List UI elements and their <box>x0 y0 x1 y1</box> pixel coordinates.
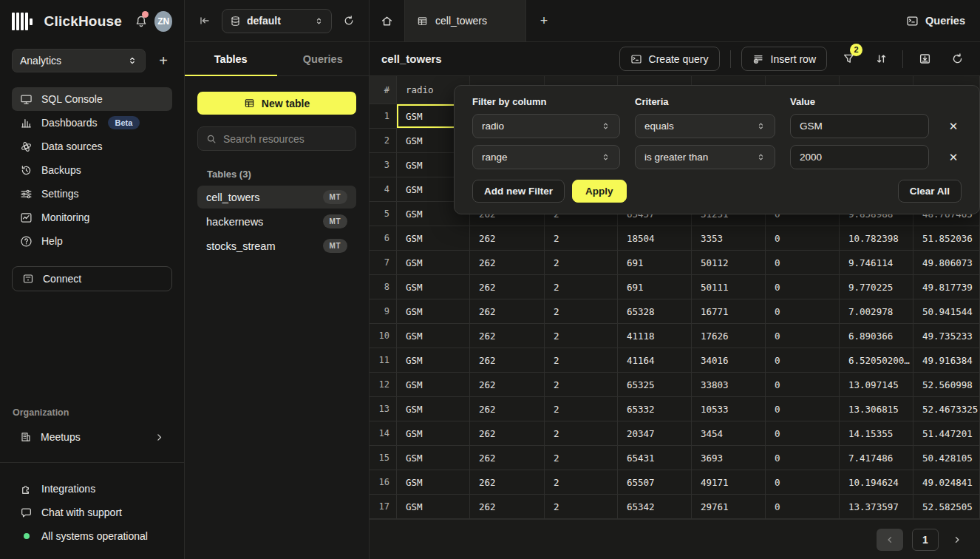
table-cell[interactable]: 13.306815 <box>840 397 913 421</box>
next-page-button[interactable] <box>947 529 967 551</box>
table-cell[interactable]: 2 <box>545 470 618 495</box>
filter-criteria-select[interactable]: equals <box>635 114 775 138</box>
table-cell[interactable]: 65328 <box>618 299 692 324</box>
table-cell[interactable]: 49.735233 <box>913 324 980 348</box>
table-cell[interactable]: 2 <box>545 324 618 348</box>
table-cell[interactable]: 0 <box>766 446 840 470</box>
tab-queries[interactable]: Queries <box>277 42 370 75</box>
sidebar-item-sql-console[interactable]: SQL Console <box>12 87 172 111</box>
workspace-select[interactable]: Analytics <box>12 49 146 72</box>
sidebar-item-backups[interactable]: Backups <box>12 158 172 182</box>
table-cell[interactable]: 2 <box>545 421 618 446</box>
clear-all-filters-button[interactable]: Clear All <box>898 180 962 203</box>
refresh-tables-button[interactable] <box>339 11 358 30</box>
table-cell[interactable]: 262 <box>470 275 545 299</box>
add-filter-button[interactable]: Add new Filter <box>472 180 565 203</box>
footer-item-integrations[interactable]: Integrations <box>12 478 172 500</box>
table-cell[interactable]: 52.560998 <box>913 373 980 397</box>
table-cell[interactable]: 2 <box>545 373 618 397</box>
table-cell[interactable]: 18504 <box>618 226 692 251</box>
table-cell[interactable]: 0 <box>766 373 840 397</box>
table-cell[interactable]: 691 <box>618 275 692 299</box>
table-cell[interactable]: 2 <box>545 397 618 421</box>
table-cell[interactable]: 262 <box>470 251 545 275</box>
table-cell[interactable]: 0 <box>766 495 840 519</box>
home-button[interactable] <box>370 0 404 41</box>
collapse-panel-button[interactable] <box>195 11 214 30</box>
sidebar-item-monitoring[interactable]: Monitoring <box>12 206 172 229</box>
table-cell[interactable]: 17626 <box>692 324 766 348</box>
download-button[interactable] <box>913 48 936 70</box>
table-cell[interactable]: 262 <box>470 421 545 446</box>
sidebar-item-dashboards[interactable]: DashboardsBeta <box>12 111 172 135</box>
table-cell[interactable]: 10533 <box>692 397 766 421</box>
sidebar-item-help[interactable]: Help <box>12 229 172 253</box>
table-list-item-stocks_stream[interactable]: stocks_streamMT <box>197 234 356 257</box>
table-cell[interactable]: 49.024841 <box>913 470 980 495</box>
sidebar-item-settings[interactable]: Settings <box>12 182 172 206</box>
table-cell[interactable]: 0 <box>766 299 840 324</box>
table-cell[interactable]: GSM <box>397 470 470 495</box>
table-cell[interactable]: 0 <box>766 421 840 446</box>
table-cell[interactable]: 0 <box>766 275 840 299</box>
table-cell[interactable]: GSM <box>397 397 470 421</box>
table-cell[interactable]: 7.002978 <box>840 299 913 324</box>
prev-page-button[interactable] <box>877 529 903 551</box>
table-cell[interactable]: 49171 <box>692 470 766 495</box>
sidebar-item-meetups[interactable]: Meetups <box>12 425 172 449</box>
notifications-button[interactable] <box>134 13 149 30</box>
filter-value-input[interactable] <box>800 121 919 132</box>
search-input[interactable] <box>223 133 347 145</box>
tab-cell-towers[interactable]: cell_towers <box>404 0 526 41</box>
table-cell[interactable]: 50.941544 <box>913 299 980 324</box>
table-cell[interactable]: 2 <box>545 275 618 299</box>
table-cell[interactable]: 51.447201 <box>913 421 980 446</box>
table-cell[interactable]: 13.097145 <box>840 373 913 397</box>
table-cell[interactable]: 10.782398 <box>840 226 913 251</box>
table-cell[interactable]: 52.4673325 <box>913 397 980 421</box>
table-cell[interactable]: 2 <box>545 251 618 275</box>
tab-tables[interactable]: Tables <box>185 42 277 75</box>
table-cell[interactable]: 34016 <box>692 348 766 373</box>
table-cell[interactable]: GSM <box>397 275 470 299</box>
table-cell[interactable]: 52.582505 <box>913 495 980 519</box>
table-cell[interactable]: GSM <box>397 421 470 446</box>
table-cell[interactable]: 50111 <box>692 275 766 299</box>
table-cell[interactable]: 262 <box>470 470 545 495</box>
table-cell[interactable]: 3693 <box>692 446 766 470</box>
table-cell[interactable]: GSM <box>397 446 470 470</box>
table-cell[interactable]: 41118 <box>618 324 692 348</box>
table-cell[interactable]: 13.373597 <box>840 495 913 519</box>
table-cell[interactable]: 49.916384 <box>913 348 980 373</box>
sort-button[interactable] <box>870 48 892 70</box>
table-cell[interactable]: 16771 <box>692 299 766 324</box>
table-cell[interactable]: 262 <box>470 324 545 348</box>
insert-row-button[interactable]: Insert row <box>741 47 827 71</box>
current-page[interactable]: 1 <box>912 529 939 551</box>
table-cell[interactable]: 3454 <box>692 421 766 446</box>
database-select[interactable]: default <box>222 9 332 33</box>
table-cell[interactable]: 262 <box>470 299 545 324</box>
create-query-button[interactable]: Create query <box>619 47 720 71</box>
table-cell[interactable]: 20347 <box>618 421 692 446</box>
table-cell[interactable]: 2 <box>545 495 618 519</box>
table-cell[interactable]: 49.806073 <box>913 251 980 275</box>
table-cell[interactable]: GSM <box>397 495 470 519</box>
new-tab-button[interactable]: + <box>526 0 562 41</box>
table-cell[interactable]: 262 <box>470 226 545 251</box>
table-cell[interactable]: 51.852036 <box>913 226 980 251</box>
filter-button[interactable]: 2 <box>837 48 860 70</box>
queries-button[interactable]: Queries <box>891 0 980 41</box>
table-cell[interactable]: 262 <box>470 495 545 519</box>
refresh-data-button[interactable] <box>946 48 968 70</box>
sidebar-item-data-sources[interactable]: Data sources <box>12 135 172 158</box>
table-cell[interactable]: 65431 <box>618 446 692 470</box>
table-cell[interactable]: 0 <box>766 324 840 348</box>
table-cell[interactable]: 65342 <box>618 495 692 519</box>
table-cell[interactable]: GSM <box>397 373 470 397</box>
filter-column-select[interactable]: range <box>472 145 620 169</box>
table-cell[interactable]: 6.890366 <box>840 324 913 348</box>
table-list-item-cell_towers[interactable]: cell_towersMT <box>197 186 356 209</box>
table-cell[interactable]: 33803 <box>692 373 766 397</box>
avatar[interactable]: ZN <box>154 11 172 32</box>
